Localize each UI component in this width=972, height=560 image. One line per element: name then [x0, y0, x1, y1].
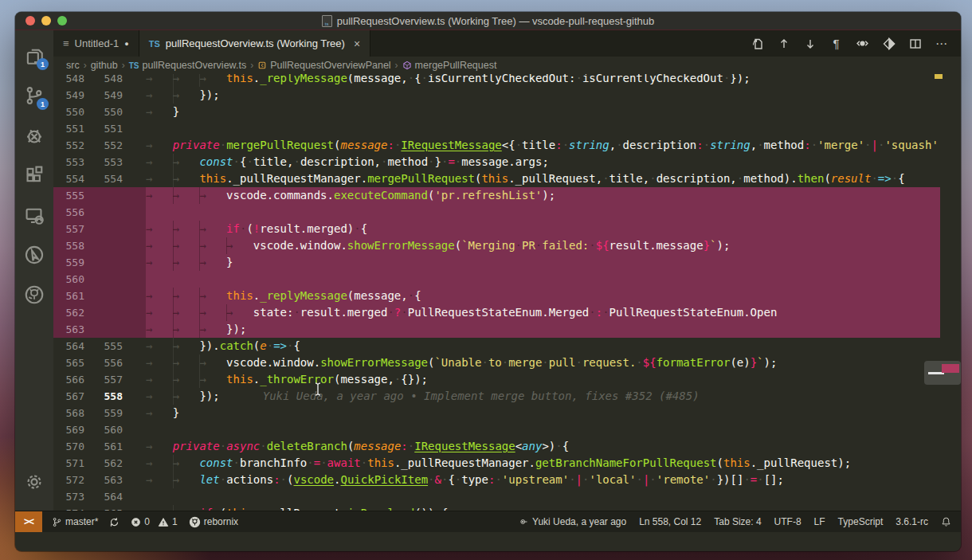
problems-status[interactable]: 0 1 [131, 516, 177, 527]
line-number-new: 548 [92, 74, 130, 87]
breadcrumb-item-github[interactable]: github [91, 60, 118, 71]
extensions-icon[interactable] [18, 158, 50, 193]
line-number-old: 553 [53, 154, 92, 170]
line-number-new: 555 [92, 338, 130, 354]
error-icon [131, 517, 141, 527]
code-line-removed[interactable]: 561→→→this._replyMessage(message,·{ [53, 288, 961, 304]
line-number-new: 552 [92, 137, 130, 154]
code-line[interactable]: 567558→→});Yuki Ueda, a year ago • Imple… [53, 388, 961, 405]
tab-whitespace-arrow: → [199, 354, 226, 371]
previous-change-icon[interactable] [777, 37, 790, 50]
explorer-badge: 1 [37, 58, 49, 70]
line-number-new: 559 [92, 405, 130, 421]
breadcrumb: src›github›TSpullRequestOverview.ts›Pull… [53, 57, 961, 74]
line-number-old: 564 [53, 338, 92, 354]
tab-whitespace-arrow: → [146, 338, 173, 354]
remote-indicator[interactable]: >< [15, 511, 42, 532]
line-number-old: 574 [53, 505, 92, 511]
code-line-removed[interactable]: 557→→→if·(!result.merged)·{ [53, 221, 961, 237]
editor-surface[interactable]: 548548→→→this._replyMessage(message,·{·i… [53, 74, 961, 511]
branch-status[interactable]: master* [52, 516, 98, 527]
code-line[interactable]: 550550→} [53, 104, 961, 120]
cursor-position-status[interactable]: Ln 558, Col 12 [639, 516, 701, 527]
code-line[interactable]: 570561→private·async·deleteBranch(messag… [53, 438, 961, 455]
code-line[interactable]: 565556→→→vscode.window.showErrorMessage(… [53, 354, 961, 371]
code-line[interactable]: 552552→private·mergePullRequest(message:… [53, 137, 961, 154]
line-number-old: 561 [53, 288, 92, 304]
tab-whitespace-arrow: → [173, 221, 200, 237]
code-line[interactable]: 549549→→}); [53, 87, 961, 104]
code-line[interactable]: 548548→→→this._replyMessage(message,·{·i… [53, 74, 961, 87]
code-line[interactable]: 566557→→→this._throwError(message,·{}); [53, 371, 961, 388]
code-line[interactable]: 569560 [53, 421, 961, 438]
settings-gear-icon[interactable] [18, 464, 50, 499]
github-account-status[interactable]: rebornix [189, 516, 238, 528]
code-line-removed[interactable]: 559→→→} [53, 254, 961, 271]
close-tab-icon[interactable]: × [354, 37, 360, 50]
tab-whitespace-arrow: → [146, 74, 173, 87]
window-title-area: ts pullRequestOverview.ts (Working Tree)… [15, 15, 961, 27]
warning-icon [158, 517, 169, 527]
line-number-old: 549 [53, 87, 92, 104]
line-number-new: 556 [92, 354, 130, 371]
blame-status[interactable]: Yuki Ueda, a year ago [518, 516, 626, 527]
source-control-icon[interactable]: 1 [18, 78, 50, 113]
eol-status[interactable]: LF [814, 516, 825, 527]
tab-whitespace-arrow: → [146, 87, 173, 104]
tab-pull-request-overview[interactable]: TS pullRequestOverview.ts (Working Tree)… [139, 30, 370, 57]
tab-whitespace-arrow: → [173, 354, 200, 371]
line-number-new: 562 [92, 455, 130, 472]
tab-size-status[interactable]: Tab Size: 4 [714, 516, 761, 527]
code-line-removed[interactable]: 556 [53, 204, 961, 221]
breadcrumb-item-mergePullRequest[interactable]: mergePullRequest [402, 60, 497, 71]
code-line[interactable]: 564555→→}).catch(e·=>·{ [53, 338, 961, 354]
gitlens-compare-icon[interactable] [882, 37, 896, 50]
tab-whitespace-arrow: → [173, 304, 200, 321]
code-line[interactable]: 551551 [53, 120, 961, 137]
sync-button[interactable] [109, 517, 120, 527]
live-share-icon[interactable] [18, 237, 50, 272]
explorer-icon[interactable]: 1 [18, 38, 50, 73]
mouse-cursor [313, 382, 323, 399]
code-line[interactable]: 571562→→const·branchInfo·=·await·this._p… [53, 455, 961, 472]
breadcrumb-item-pullRequestOverview.ts[interactable]: TSpullRequestOverview.ts [129, 60, 246, 71]
code-line[interactable]: 573564 [53, 488, 961, 505]
line-number-new [92, 271, 130, 288]
more-actions-icon[interactable]: ⋯ [935, 37, 948, 50]
split-editor-icon[interactable] [908, 37, 922, 50]
next-change-icon[interactable] [803, 37, 817, 50]
tab-whitespace-arrow: → [146, 438, 173, 455]
code-line[interactable]: 572563→→let·actions:·(vscode.QuickPickIt… [53, 472, 961, 488]
scrollbar-decorations[interactable] [924, 361, 961, 385]
toggle-inline-view-icon[interactable] [856, 37, 869, 50]
tab-whitespace-arrow: → [173, 87, 200, 104]
tab-untitled-1[interactable]: ≡ Untitled-1 ● [53, 30, 139, 57]
code-line-removed[interactable]: 562→→→→state:·result.merged·?·PullReques… [53, 304, 961, 321]
code-line[interactable]: 574565→→if·(this._pullRequest.isResolved… [53, 505, 961, 511]
remote-explorer-icon[interactable] [18, 198, 50, 233]
ts-version-status[interactable]: 3.6.1-rc [896, 516, 928, 527]
encoding-status[interactable]: UTF-8 [774, 516, 802, 527]
code-line-removed[interactable]: 563→→→}); [53, 321, 961, 338]
line-number-new: 563 [92, 472, 130, 488]
language-status[interactable]: TypeScript [838, 516, 884, 527]
debug-icon[interactable] [18, 118, 50, 153]
code-line-removed[interactable]: 555→→→vscode.commands.executeCommand('pr… [53, 187, 961, 204]
code-line[interactable]: 568559→} [53, 405, 961, 421]
github-icon[interactable] [18, 277, 50, 312]
line-number-new: 565 [92, 505, 130, 511]
open-file-icon[interactable] [751, 37, 764, 50]
ts-symbol-icon: TS [129, 61, 139, 70]
tab-whitespace-arrow: → [146, 472, 173, 488]
notifications-bell-icon[interactable] [941, 516, 951, 527]
code-line[interactable]: 554554→→this._pullRequestManager.mergePu… [53, 170, 961, 187]
line-number-new [92, 254, 130, 271]
code-line-removed[interactable]: 560 [53, 271, 961, 288]
toggle-whitespace-icon[interactable]: ¶ [829, 37, 843, 50]
breadcrumb-item-PullRequestOverviewPanel[interactable]: PullRequestOverviewPanel [257, 60, 390, 71]
breadcrumb-item-src[interactable]: src [66, 60, 80, 71]
dirty-indicator-icon[interactable]: ● [124, 40, 128, 48]
code-line-removed[interactable]: 558→→→→vscode.window.showErrorMessage(`M… [53, 237, 961, 254]
line-number-old: 559 [53, 254, 92, 271]
code-line[interactable]: 553553→→const·{·title,·description,·meth… [53, 154, 961, 170]
